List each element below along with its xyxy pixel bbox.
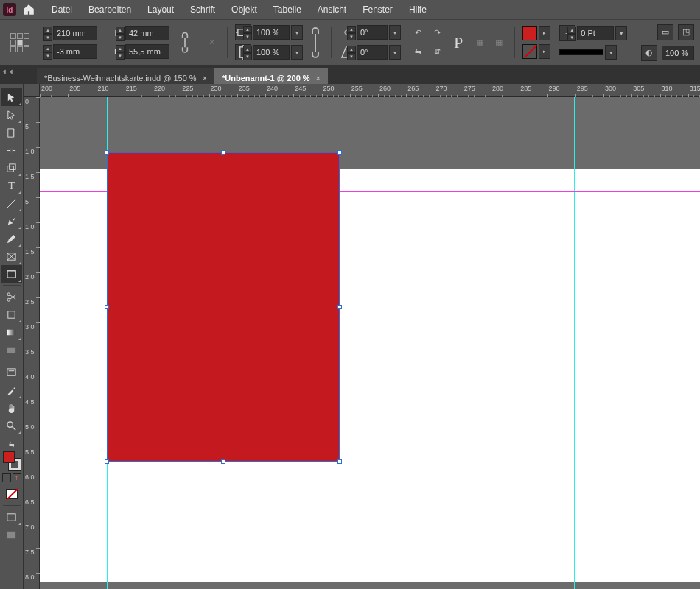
pen-tool[interactable] — [1, 212, 22, 230]
reference-point[interactable] — [10, 33, 29, 52]
selection-handle[interactable] — [337, 150, 342, 155]
menu-hilfe[interactable]: Hilfe — [402, 1, 434, 18]
vertical-ruler[interactable]: 051 01 551 01 52 02 53 03 54 04 55 05 56… — [24, 97, 40, 589]
stroke-swatch[interactable] — [522, 44, 537, 59]
apply-none-icon[interactable] — [1, 485, 22, 503]
stroke-weight-dropdown[interactable]: ▼ — [615, 26, 627, 40]
rotate-spinner[interactable]: ▲▼ — [347, 26, 356, 40]
clear-transform-icon[interactable]: ✕ — [203, 35, 220, 51]
scale-y-dropdown[interactable]: ▼ — [291, 45, 303, 60]
x-field[interactable]: ▲▼ 210 mm — [53, 26, 97, 40]
scale-x-field[interactable]: ▲▼ 100 % — [253, 25, 290, 40]
w-field[interactable]: ▲▼ 42 mm — [125, 26, 169, 40]
guide-vertical[interactable] — [340, 97, 340, 589]
view-mode-icon[interactable] — [1, 508, 22, 526]
menu-schrift[interactable]: Schrift — [183, 1, 223, 18]
rotate-ccw-icon[interactable]: ↶ — [410, 25, 426, 41]
free-transform-tool[interactable] — [1, 306, 22, 323]
line-tool[interactable] — [1, 194, 22, 212]
selection-handle[interactable] — [221, 459, 225, 464]
menu-layout[interactable]: Layout — [140, 1, 181, 18]
selection-handle[interactable] — [337, 305, 342, 309]
stroke-dropdown[interactable]: ▸ — [539, 44, 550, 59]
menu-ansicht[interactable]: Ansicht — [310, 1, 354, 18]
rectangle-frame-tool[interactable] — [1, 247, 22, 265]
shear-dropdown[interactable]: ▼ — [389, 45, 401, 60]
opacity-field[interactable]: 100 % — [662, 46, 694, 60]
direct-selection-tool[interactable] — [1, 106, 22, 124]
constrain-scale-icon[interactable] — [307, 27, 323, 59]
menu-bearbeiten[interactable]: Bearbeiten — [81, 1, 139, 18]
ruler-origin[interactable] — [24, 84, 40, 97]
gradient-feather-tool[interactable] — [1, 341, 22, 359]
menu-datei[interactable]: Datei — [44, 1, 80, 18]
content-collector-tool[interactable] — [1, 159, 22, 177]
selection-handle[interactable] — [105, 305, 109, 309]
gradient-swatch-tool[interactable] — [1, 323, 22, 341]
document-viewport[interactable]: 2002052102152202252302352402452502552602… — [24, 84, 700, 589]
scale-y-spinner[interactable]: ▲▼ — [243, 46, 252, 60]
rectangle-tool[interactable] — [1, 265, 22, 283]
eyedropper-tool[interactable] — [1, 381, 22, 399]
selection-handle[interactable] — [105, 150, 109, 155]
shear-field[interactable]: ▲▼ 0° — [357, 45, 388, 60]
align-1-icon[interactable]: ▦ — [472, 35, 488, 51]
rotate-field[interactable]: ▲▼ 0° — [357, 25, 388, 40]
zoom-tool[interactable] — [1, 417, 22, 434]
fill-swatch[interactable] — [522, 26, 537, 40]
menu-fenster[interactable]: Fenster — [355, 1, 400, 18]
rotate-cw-icon[interactable]: ↷ — [429, 25, 445, 41]
flip-v-icon[interactable]: ⇵ — [429, 44, 445, 60]
stroke-weight-field[interactable]: ▲▼ 0 Pt — [577, 26, 614, 40]
stroke-style[interactable] — [559, 49, 603, 55]
menu-objekt[interactable]: Objekt — [224, 1, 265, 18]
document-tab-2[interactable]: *Unbenannt-1 @ 200 % × — [214, 68, 328, 85]
fx-icon[interactable]: ▭ — [657, 24, 673, 40]
shear-spinner[interactable]: ▲▼ — [347, 46, 356, 60]
rotate-dropdown[interactable]: ▼ — [389, 25, 401, 40]
selection-handle[interactable] — [105, 459, 109, 464]
page-tool[interactable] — [1, 124, 22, 141]
panel-toggle-icon[interactable]: ⏴⏴ — [1, 68, 15, 75]
close-icon[interactable]: × — [316, 74, 321, 82]
align-2-icon[interactable]: ▦ — [491, 35, 507, 51]
scissors-tool[interactable] — [1, 288, 22, 306]
scale-y-field[interactable]: ▲▼ 100 % — [253, 45, 290, 60]
fill-stroke-proxy[interactable] — [1, 451, 22, 470]
selection-tool[interactable] — [1, 88, 22, 106]
selection-handle[interactable] — [337, 459, 342, 464]
guide-vertical[interactable] — [574, 97, 575, 589]
pencil-tool[interactable] — [1, 230, 22, 247]
fill-dropdown[interactable]: ▸ — [539, 26, 550, 40]
formatting-text-icon[interactable]: T — [13, 473, 21, 482]
close-icon[interactable]: × — [203, 74, 207, 82]
selection-handle[interactable] — [221, 150, 225, 155]
corner-icon[interactable]: ◳ — [678, 24, 694, 40]
menu-tabelle[interactable]: Tabelle — [266, 1, 309, 18]
horizontal-ruler[interactable]: 2002052102152202252302352402452502552602… — [40, 84, 700, 97]
home-icon[interactable] — [22, 3, 35, 16]
y-spinner[interactable]: ▲▼ — [43, 45, 52, 60]
formatting-container-icon[interactable] — [2, 473, 11, 482]
h-spinner[interactable]: ▲▼ — [116, 45, 125, 60]
type-tool[interactable]: T — [1, 177, 22, 194]
stroke-style-dropdown[interactable]: ▼ — [605, 45, 617, 60]
h-field[interactable]: ▲▼ 55,5 mm — [125, 44, 169, 59]
flip-h-icon[interactable]: ⇋ — [410, 44, 426, 60]
w-spinner[interactable]: ▲▼ — [116, 27, 125, 41]
selected-rectangle[interactable] — [107, 152, 340, 462]
constrain-wh-icon[interactable] — [177, 35, 193, 51]
document-tab-1[interactable]: *Business-Weihnachtskarte.indd @ 150 % × — [37, 68, 214, 85]
note-tool[interactable] — [1, 364, 22, 381]
gap-tool[interactable] — [1, 141, 22, 159]
y-field[interactable]: ▲▼ -3 mm — [53, 44, 97, 59]
stroke-weight-spinner[interactable]: ▲▼ — [567, 27, 576, 41]
guide-horizontal[interactable] — [40, 462, 700, 462]
screen-mode-icon[interactable] — [1, 526, 22, 543]
x-spinner[interactable]: ▲▼ — [43, 27, 52, 41]
scale-x-spinner[interactable]: ▲▼ — [243, 26, 252, 40]
fill-stroke-swap-icon[interactable]: ⇆ — [1, 440, 22, 450]
document-tab-1-label: *Business-Weihnachtskarte.indd @ 150 % — [44, 74, 197, 82]
scale-x-dropdown[interactable]: ▼ — [291, 25, 303, 40]
hand-tool[interactable] — [1, 399, 22, 417]
